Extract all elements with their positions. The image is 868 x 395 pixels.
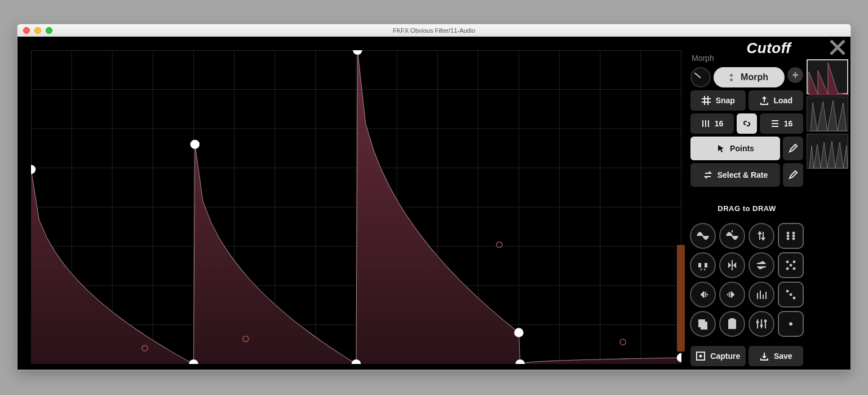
svg-point-62 [793, 297, 795, 299]
svg-point-70 [790, 323, 792, 326]
copy-button[interactable] [690, 311, 716, 337]
svg-point-47 [786, 261, 789, 263]
svg-point-31 [31, 165, 36, 174]
wave-sine-sharp-button[interactable] [719, 223, 745, 249]
svg-rect-64 [701, 322, 707, 329]
svg-point-68 [760, 324, 763, 327]
close-window-button[interactable] [23, 27, 30, 34]
titlebar[interactable]: FKFX Obvious Filter/11-Audio [17, 24, 851, 37]
svg-point-30 [620, 339, 626, 345]
nudge-left-button[interactable] [690, 282, 716, 308]
random-3-button[interactable] [778, 282, 804, 308]
svg-point-59 [727, 294, 728, 295]
envelope-editor[interactable] [31, 50, 681, 364]
load-button[interactable]: Load [749, 90, 804, 111]
svg-point-55 [707, 294, 708, 295]
snap-label: Snap [716, 96, 735, 105]
add-morph-button[interactable]: + [787, 67, 803, 83]
random-5-button[interactable] [778, 252, 804, 278]
grid-horizontal-value: 16 [784, 119, 793, 128]
swap-icon [703, 170, 713, 180]
save-button[interactable]: Save [749, 346, 804, 366]
svg-point-43 [787, 235, 789, 237]
capture-label: Capture [710, 352, 740, 361]
plugin-content: Cutoff Morph Morph + [17, 37, 851, 370]
nudge-right-button[interactable] [719, 282, 745, 308]
app-window: FKFX Obvious Filter/11-Audio [17, 24, 851, 370]
snap-button[interactable]: Snap [690, 90, 746, 111]
svg-point-35 [353, 50, 362, 55]
grid-horizontal-button[interactable]: 16 [760, 113, 803, 134]
window-controls [17, 27, 52, 34]
morph-label: Morph [692, 54, 714, 63]
random-1-button[interactable] [778, 311, 804, 337]
load-label: Load [774, 96, 792, 105]
minimize-window-button[interactable] [34, 27, 41, 34]
vertical-scroll-thumb[interactable] [677, 245, 685, 352]
svg-point-56 [729, 292, 730, 293]
grid-vertical-value: 16 [715, 119, 724, 128]
flip-vertical-button[interactable] [749, 223, 774, 249]
svg-point-40 [792, 232, 795, 234]
svg-rect-45 [698, 263, 701, 267]
wave-sine-button[interactable] [690, 223, 716, 249]
preset-thumb-3[interactable] [807, 134, 848, 169]
upload-icon [759, 95, 769, 106]
random-6-button[interactable] [778, 223, 804, 249]
svg-point-41 [787, 238, 789, 240]
svg-point-33 [191, 140, 200, 149]
vlines-icon [701, 119, 710, 128]
capture-icon [696, 351, 706, 361]
paste-button[interactable] [719, 311, 745, 337]
svg-point-29 [497, 242, 502, 248]
preset-thumb-2[interactable] [807, 96, 848, 131]
capture-button[interactable]: Capture [690, 346, 746, 366]
mirror-horizontal-button[interactable] [719, 252, 745, 278]
draw-hint: DRAG to DRAW [690, 204, 803, 213]
bars-tool-button[interactable] [749, 282, 774, 308]
points-tool-button[interactable]: Points [690, 137, 780, 160]
link-grid-button[interactable] [737, 113, 757, 134]
svg-point-61 [790, 293, 792, 296]
svg-point-54 [705, 296, 706, 297]
svg-point-42 [792, 238, 795, 240]
svg-point-58 [729, 296, 730, 297]
link-icon [742, 118, 752, 129]
draw-tool-button[interactable] [783, 137, 803, 160]
grid-vertical-button[interactable]: 16 [690, 113, 734, 134]
preset-thumbs [807, 59, 848, 169]
points-label: Points [730, 144, 754, 153]
svg-point-67 [756, 321, 759, 323]
window-title: FKFX Obvious Filter/11-Audio [17, 27, 851, 34]
panel-title: Cutoff [746, 40, 791, 57]
svg-rect-66 [730, 319, 734, 321]
side-panel: Cutoff Morph Morph + [687, 37, 851, 370]
grid-icon [701, 95, 711, 106]
pencil-icon [788, 143, 798, 153]
morph-selector-label: Morph [741, 72, 768, 82]
swap-horizontal-button[interactable] [749, 252, 774, 278]
save-label: Save [774, 352, 792, 361]
morph-knob[interactable] [690, 67, 711, 87]
sliders-tool-button[interactable] [749, 311, 774, 337]
svg-rect-46 [705, 263, 707, 267]
morph-selector[interactable]: Morph [714, 67, 785, 87]
svg-point-50 [786, 267, 789, 270]
close-panel-button[interactable] [828, 38, 847, 59]
svg-point-36 [514, 328, 523, 337]
shape-tools [690, 223, 803, 337]
svg-point-57 [729, 294, 730, 295]
svg-point-39 [787, 232, 789, 234]
svg-point-48 [793, 261, 795, 263]
preset-thumb-1[interactable] [807, 59, 848, 94]
cursor-icon [716, 144, 725, 153]
zoom-window-button[interactable] [46, 27, 52, 34]
envelope-canvas[interactable] [31, 50, 681, 364]
svg-point-49 [790, 264, 792, 266]
select-rate-button[interactable]: Select & Rate [690, 163, 780, 187]
select-rate-edit-button[interactable] [783, 163, 803, 187]
svg-point-51 [793, 267, 795, 270]
hlines-icon [770, 119, 780, 128]
gap-insert-button[interactable] [690, 252, 716, 278]
select-rate-label: Select & Rate [718, 170, 768, 179]
